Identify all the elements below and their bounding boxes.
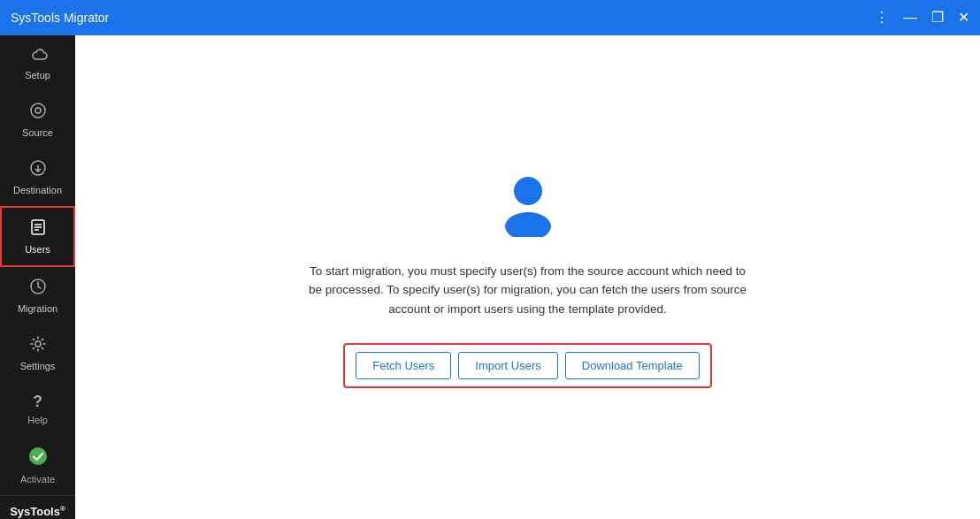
logo-name: SysTools® bbox=[7, 505, 68, 518]
app-body: Setup Source Destination bbox=[0, 35, 980, 519]
content-area: To start migration, you must specify use… bbox=[75, 35, 980, 519]
sidebar-item-settings-label: Settings bbox=[20, 361, 56, 371]
help-icon: ? bbox=[33, 393, 42, 411]
sidebar-item-destination[interactable]: Destination bbox=[0, 149, 75, 206]
svg-point-9 bbox=[29, 447, 47, 465]
sidebar-item-users[interactable]: Users bbox=[0, 206, 75, 267]
sidebar-item-activate[interactable]: Activate bbox=[0, 436, 75, 495]
sidebar-item-source-label: Source bbox=[22, 127, 53, 138]
activate-icon bbox=[28, 446, 48, 470]
content-description: To start migration, you must specify use… bbox=[307, 262, 749, 319]
systools-logo: SysTools® Simplifying Technology bbox=[0, 495, 75, 519]
minimize-icon[interactable]: — bbox=[903, 11, 917, 25]
cloud-icon bbox=[28, 46, 48, 66]
content-inner: To start migration, you must specify use… bbox=[307, 166, 749, 389]
svg-point-8 bbox=[35, 341, 41, 347]
sidebar-item-migration[interactable]: Migration bbox=[0, 267, 75, 324]
settings-icon bbox=[29, 335, 47, 357]
sidebar-bottom: ? Help Activate SysTools® Simplifying bbox=[0, 382, 75, 519]
action-buttons-wrapper: Fetch Users Import Users Download Templa… bbox=[343, 343, 711, 388]
download-template-button[interactable]: Download Template bbox=[565, 352, 700, 379]
sidebar-item-setup-label: Setup bbox=[25, 70, 50, 80]
sidebar-item-source[interactable]: Source bbox=[0, 91, 75, 149]
sidebar-item-help[interactable]: ? Help bbox=[0, 382, 75, 436]
svg-point-0 bbox=[31, 103, 45, 118]
import-users-button[interactable]: Import Users bbox=[458, 352, 557, 379]
sidebar-item-setup[interactable]: Setup bbox=[0, 35, 75, 91]
svg-point-10 bbox=[514, 177, 542, 205]
sidebar: Setup Source Destination bbox=[0, 35, 75, 519]
svg-point-1 bbox=[35, 108, 41, 113]
sidebar-item-settings[interactable]: Settings bbox=[0, 324, 75, 382]
sidebar-item-activate-label: Activate bbox=[20, 474, 55, 485]
titlebar-left: SysTools Migrator bbox=[11, 11, 109, 25]
fetch-users-button[interactable]: Fetch Users bbox=[356, 352, 451, 379]
sidebar-item-destination-label: Destination bbox=[13, 185, 62, 195]
destination-icon bbox=[29, 159, 47, 181]
sidebar-item-migration-label: Migration bbox=[18, 303, 57, 314]
menu-icon[interactable]: ⋮ bbox=[875, 11, 889, 25]
source-icon bbox=[29, 102, 47, 124]
users-icon bbox=[29, 218, 47, 240]
migration-icon bbox=[29, 278, 47, 300]
user-avatar-icon bbox=[493, 166, 563, 240]
maximize-icon[interactable]: ❐ bbox=[931, 11, 944, 25]
titlebar: SysTools Migrator ⋮ — ❐ ✕ bbox=[0, 0, 980, 35]
titlebar-controls: ⋮ — ❐ ✕ bbox=[875, 11, 969, 25]
sidebar-item-help-label: Help bbox=[27, 415, 48, 425]
app-title: SysTools Migrator bbox=[11, 11, 109, 25]
svg-point-11 bbox=[505, 212, 551, 237]
sidebar-item-users-label: Users bbox=[25, 244, 50, 255]
close-icon[interactable]: ✕ bbox=[958, 11, 969, 25]
